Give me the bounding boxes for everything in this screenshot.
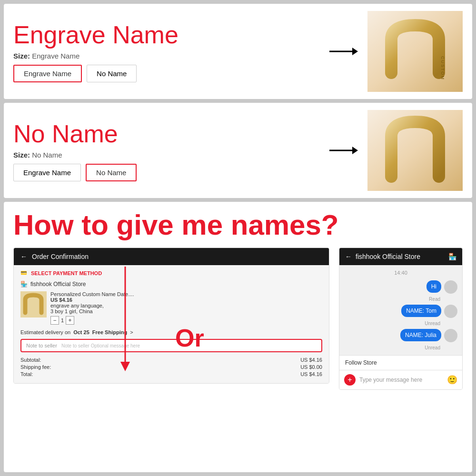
chat-mockup: ← fishhook Official Store 🏪 14:40 Hi Rea… [339,248,463,390]
panel2-ring-image [367,110,463,191]
delivery-row: Estimated delivery on Oct 25 Free Shippi… [20,329,322,335]
subtotal-row: Subtotal: US $4.16 [20,357,322,363]
or-text: Or [175,324,204,352]
svg-marker-1 [352,48,358,55]
chat-msg-tom: NAME: Tom [344,305,457,318]
chat-back-arrow[interactable]: ← [345,253,352,260]
chat-store-name: fishhook Official Store [356,253,420,260]
emoji-icon[interactable]: 🙂 [447,375,457,385]
no-name-btn-2[interactable]: No Name [86,164,137,181]
note-to-seller[interactable]: Note to seller Note to seller Optional m… [20,339,322,352]
main-container: Engrave Name Size: Engrave Name Engrave … [0,0,476,476]
panel1-arrow [329,42,358,61]
product-info: Personalized Custom Name Date.... US $4.… [50,291,322,325]
product-desc: engrave any language, [50,303,322,308]
panel1-ring-image: CUSTOM [367,11,463,92]
follow-store: Follow Store [339,355,462,370]
panel1-btn-group: Engrave Name No Name [13,65,320,82]
order-confirmation-title: Order Confirmation [32,253,89,260]
no-name-btn-1[interactable]: No Name [87,65,137,82]
unread-label-2: Unread [344,345,440,350]
qty-plus[interactable]: + [66,316,74,325]
total-label: Total: [20,371,33,377]
product-desc2: 3 boy 1 girl, China [50,308,322,314]
chat-bubble-tom: NAME: Tom [401,305,441,317]
totals-section: Subtotal: US $4.16 Shipping fee: US $0.0… [20,357,322,377]
panel2-btn-group: Engrave Name No Name [13,164,320,181]
subtotal-value: US $4.16 [300,357,322,363]
payment-row: 💳 SELECT PAYMENT METHOD [20,270,322,276]
svg-marker-9 [120,362,130,371]
shipping-fee-row: Shipping fee: US $0.00 [20,364,322,370]
chat-input-row: + Type your message here 🙂 [339,370,462,389]
svg-marker-5 [352,147,358,154]
engrave-name-btn-1[interactable]: Engrave Name [13,65,82,82]
panel-how-to: How to give me names? ← Order Confirmati… [4,202,472,472]
chat-bubble-hi: Hi [426,280,441,293]
panel1-title: Engrave Name [13,20,320,49]
chat-time: 14:40 [344,270,457,276]
order-header: ← Order Confirmation [14,248,329,265]
user-avatar-3 [444,329,457,342]
panel2-size-label: Size: No Name [13,151,320,159]
payment-label: SELECT PAYMENT METHOD [31,270,102,276]
panel1-size-label: Size: Engrave Name [13,52,320,60]
right-col: ← fishhook Official Store 🏪 14:40 Hi Rea… [339,248,463,390]
total-row: Total: US $4.16 [20,371,322,377]
chat-add-button[interactable]: + [344,374,356,386]
svg-text:CUSTOM: CUSTOM [440,56,445,80]
qty-value: 1 [61,317,64,323]
product-thumbnail [20,291,47,317]
panel-engrave-name: Engrave Name Size: Engrave Name Engrave … [4,4,472,99]
subtotal-label: Subtotal: [20,357,41,363]
total-value: US $4.16 [300,371,322,377]
product-name: Personalized Custom Name Date.... [50,291,322,297]
chat-bubble-julia: NAME: Julia [400,329,441,341]
chat-body: 14:40 Hi Read NAME: Tom Unread [339,265,462,355]
product-price: US $4.16 [50,297,322,303]
read-label-1: Read [344,297,440,302]
chat-input[interactable]: Type your message here [359,377,443,383]
back-arrow-order[interactable]: ← [20,253,27,260]
panel2-title: No Name [13,119,320,148]
panel2-arrow [329,141,358,160]
panel-no-name: No Name Size: No Name Engrave Name No Na… [4,103,472,198]
red-arrow-svg [118,267,132,371]
store-name: fishhook Official Store [30,281,86,288]
follow-store-label: Follow Store [345,359,377,366]
note-label: Note to seller [26,343,57,348]
user-avatar-1 [444,280,457,294]
unread-label-1: Unread [344,321,440,326]
bottom-section: ← Order Confirmation 💳 SELECT PAYMENT ME… [13,248,463,390]
chat-msg-hi: Hi [344,280,457,294]
chat-header: ← fishhook Official Store 🏪 [339,248,462,265]
shipping-fee-value: US $0.00 [300,364,322,370]
how-to-title: How to give me names? [13,209,463,241]
product-row: Personalized Custom Name Date.... US $4.… [20,291,322,325]
panel2-content: No Name Size: No Name Engrave Name No Na… [13,119,320,181]
order-mockup: ← Order Confirmation 💳 SELECT PAYMENT ME… [13,248,329,384]
qty-minus[interactable]: − [50,316,59,325]
user-avatar-2 [444,305,457,318]
delivery-date: Oct 25 [73,329,89,335]
panel1-content: Engrave Name Size: Engrave Name Engrave … [13,20,320,82]
chat-store-icon: 🏪 [448,253,456,260]
order-body: 💳 SELECT PAYMENT METHOD 🏪 fishhook Offic… [14,265,329,383]
engrave-name-btn-2[interactable]: Engrave Name [13,164,81,181]
delivery-label: Estimated delivery on [20,329,70,335]
store-icon: 🏪 [20,281,28,288]
payment-icon: 💳 [20,270,27,276]
store-row: 🏪 fishhook Official Store [20,281,322,288]
left-col: ← Order Confirmation 💳 SELECT PAYMENT ME… [13,248,329,390]
chat-msg-julia: NAME: Julia [344,329,457,342]
shipping-fee-label: Shipping fee: [20,364,51,370]
